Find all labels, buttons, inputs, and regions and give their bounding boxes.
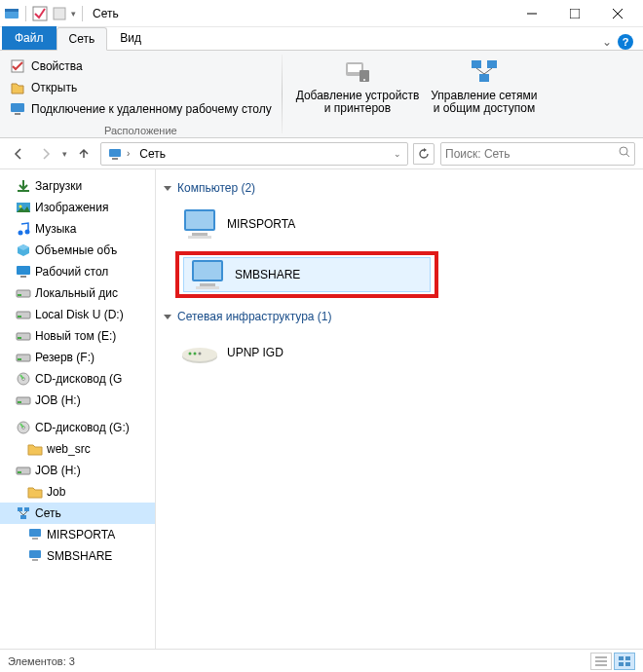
tab-file[interactable]: Файл — [2, 26, 57, 50]
ribbon-add-devices[interactable]: Добавление устройств и принтеров — [290, 53, 426, 136]
ribbon-manage-network[interactable]: Управление сетями и общим доступом — [425, 53, 543, 136]
cd-icon — [16, 420, 31, 435]
quick-access-toolbar: ▾ — [4, 6, 85, 21]
view-icons-button[interactable] — [614, 653, 635, 670]
svg-rect-55 — [32, 559, 38, 561]
sidebar-item-label: Музыка — [35, 222, 76, 236]
network-computer-item-highlighted[interactable]: SMBSHARE — [175, 251, 438, 298]
sidebar-item[interactable]: JOB (H:) — [0, 390, 155, 411]
qat-props-icon[interactable] — [52, 6, 67, 21]
tab-network[interactable]: Сеть — [57, 27, 108, 51]
sidebar-item[interactable]: Сеть — [0, 503, 155, 524]
svg-rect-17 — [479, 74, 489, 82]
3d-icon — [16, 243, 31, 258]
svg-rect-32 — [18, 294, 21, 296]
group-infra[interactable]: Сетевая инфраструктура (1) — [164, 310, 643, 323]
ribbon-collapse-icon[interactable]: ⌄ — [602, 35, 612, 49]
sidebar-item[interactable]: SMBSHARE — [0, 545, 155, 567]
sidebar-item-label: MIRSPORTA — [47, 528, 115, 541]
ribbon-group-location: Свойства Открыть Подключение к удаленном… — [0, 51, 282, 137]
sidebar-item[interactable]: web_src — [0, 438, 155, 460]
sidebar-item[interactable]: Объемные объ — [0, 240, 155, 261]
refresh-button[interactable] — [413, 143, 435, 165]
sidebar-item[interactable]: JOB (H:) — [0, 460, 155, 481]
network-infra-item[interactable]: UPNP IGD — [175, 329, 438, 376]
ribbon-manage-network-label: Управление сетями и общим доступом — [431, 90, 537, 115]
qat-checkbox-icon[interactable] — [32, 6, 48, 21]
sidebar-item[interactable]: Новый том (E:) — [0, 325, 155, 347]
sidebar-item[interactable]: Job — [0, 481, 155, 503]
network-computer-item[interactable]: MIRSPORTA — [175, 201, 438, 247]
svg-rect-20 — [109, 149, 121, 157]
sidebar-item[interactable]: CD-дисковод (G — [0, 368, 155, 390]
breadcrumb[interactable]: › Сеть ⌄ — [100, 142, 408, 166]
qat-dropdown-icon[interactable]: ▾ — [71, 9, 76, 19]
ribbon-open[interactable]: Открыть — [8, 78, 274, 97]
help-icon[interactable]: ? — [618, 34, 633, 50]
drive-icon — [16, 463, 31, 478]
ribbon-remote-desktop[interactable]: Подключение к удаленному рабочему столу — [8, 99, 274, 119]
breadcrumb-seg: Сеть — [139, 147, 166, 161]
maximize-button[interactable] — [553, 0, 596, 27]
search-input[interactable]: Поиск: Сеть — [440, 142, 635, 166]
svg-rect-29 — [17, 266, 30, 275]
sidebar-item-label: Резерв (F:) — [35, 351, 95, 364]
svg-rect-16 — [487, 60, 497, 68]
svg-rect-58 — [192, 233, 208, 236]
tab-view[interactable]: Вид — [107, 26, 154, 50]
nav-history-dropdown[interactable]: ▾ — [62, 149, 67, 159]
drive-icon — [16, 328, 31, 344]
svg-line-50 — [19, 511, 23, 515]
drive-icon — [16, 392, 31, 408]
group-computer[interactable]: Компьютер (2) — [164, 181, 643, 195]
sidebar-item-label: Local Disk U (D:) — [35, 308, 124, 321]
open-icon — [10, 80, 25, 95]
svg-rect-62 — [200, 283, 215, 286]
sidebar-item[interactable]: Музыка — [0, 218, 155, 240]
status-item-count: Элементов: 3 — [8, 655, 75, 667]
nav-up[interactable] — [73, 143, 95, 165]
svg-rect-48 — [24, 507, 29, 511]
cd-icon — [16, 371, 31, 387]
sidebar-item[interactable]: Local Disk U (D:) — [0, 304, 155, 325]
minimize-button[interactable] — [511, 0, 553, 27]
view-details-button[interactable] — [590, 653, 612, 670]
nav-back[interactable] — [8, 143, 29, 165]
nav-forward[interactable] — [35, 143, 57, 165]
svg-rect-75 — [625, 662, 630, 666]
svg-rect-53 — [32, 538, 38, 540]
navigation-pane[interactable]: ЗагрузкиИзображенияМузыкаОбъемные объРаб… — [0, 169, 156, 649]
ribbon: Свойства Открыть Подключение к удаленном… — [0, 51, 643, 138]
content-pane[interactable]: Компьютер (2) MIRSPORTA SMBSHARE Сетевая… — [156, 169, 643, 649]
sidebar-item-label: Объемные объ — [35, 243, 117, 257]
ribbon-properties-label: Свойства — [31, 59, 83, 73]
svg-point-67 — [194, 353, 197, 355]
ribbon-properties[interactable]: Свойства — [8, 56, 274, 76]
sidebar-item[interactable]: Загрузки — [0, 175, 155, 197]
ribbon-add-devices-label: Добавление устройств и принтеров — [296, 90, 420, 115]
svg-point-66 — [189, 353, 192, 355]
svg-rect-73 — [625, 656, 630, 660]
sidebar-item[interactable]: Локальный дис — [0, 282, 155, 304]
sidebar-item[interactable]: MIRSPORTA — [0, 524, 155, 545]
svg-rect-30 — [20, 276, 26, 278]
remote-desktop-icon — [10, 101, 25, 117]
network-icon — [16, 505, 31, 521]
svg-rect-36 — [18, 337, 21, 339]
svg-rect-5 — [570, 9, 580, 19]
sidebar-item-label: web_src — [47, 442, 91, 456]
sidebar-item[interactable]: Резерв (F:) — [0, 347, 155, 368]
sidebar-item[interactable]: CD-дисковод (G:) — [0, 417, 155, 438]
drive-icon — [16, 307, 31, 322]
close-button[interactable] — [596, 0, 639, 27]
sidebar-item[interactable]: Изображения — [0, 197, 155, 218]
svg-point-27 — [19, 231, 23, 236]
svg-rect-74 — [619, 662, 624, 666]
sidebar-item-label: Изображения — [35, 201, 108, 214]
sidebar-item[interactable]: Рабочий стол — [0, 261, 155, 282]
folder-icon — [27, 441, 43, 457]
network-computer-label: MIRSPORTA — [227, 217, 295, 231]
svg-rect-46 — [18, 471, 21, 473]
svg-line-18 — [476, 68, 484, 74]
breadcrumb-dropdown-icon[interactable]: ⌄ — [394, 149, 401, 159]
